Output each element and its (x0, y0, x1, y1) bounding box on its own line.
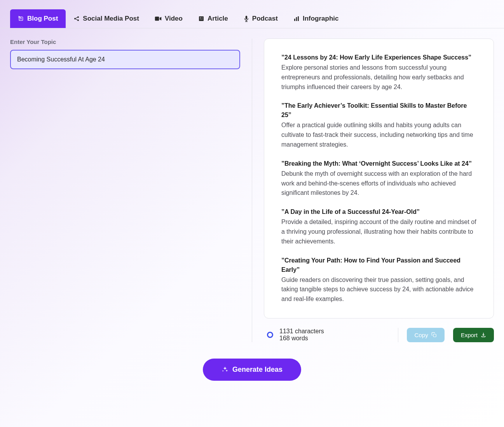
topic-input[interactable] (10, 50, 240, 69)
copy-button[interactable]: Copy (407, 328, 445, 342)
svg-rect-12 (294, 19, 295, 21)
generate-row: Generate Ideas (0, 352, 504, 392)
svg-rect-4 (199, 16, 204, 21)
output-footer: 1131 characters 168 words Copy Export (264, 328, 494, 342)
svg-point-1 (77, 16, 79, 18)
video-icon (155, 16, 162, 22)
input-panel: Enter Your Topic (10, 38, 252, 342)
idea-item: ”24 Lessons by 24: How Early Life Experi… (281, 53, 476, 92)
svg-rect-11 (245, 21, 248, 22)
output-actions: Copy Export (398, 328, 494, 342)
idea-item: ”Breaking the Myth: What ‘Overnight Succ… (281, 159, 476, 198)
svg-rect-14 (298, 16, 299, 21)
export-label: Export (461, 332, 478, 338)
idea-item: ”The Early Achiever’s Toolkit: Essential… (281, 101, 476, 149)
tab-blog-post[interactable]: Blog Post (10, 9, 66, 28)
tab-infographic[interactable]: Infographic (286, 9, 347, 28)
idea-title: ”The Early Achiever’s Toolkit: Essential… (281, 101, 476, 120)
chart-icon (293, 16, 300, 22)
topic-label: Enter Your Topic (10, 38, 240, 45)
svg-rect-5 (200, 17, 201, 19)
progress-ring-icon (267, 332, 273, 338)
share-icon (73, 16, 80, 22)
idea-item: ”Creating Your Path: How to Find Your Pa… (281, 256, 476, 304)
idea-item: ”A Day in the Life of a Successful 24-Ye… (281, 207, 476, 246)
tab-label: Blog Post (27, 15, 58, 23)
idea-title: ”A Day in the Life of a Successful 24-Ye… (281, 207, 476, 217)
tab-label: Video (165, 15, 183, 23)
svg-point-2 (77, 19, 79, 21)
copy-icon (431, 332, 437, 338)
idea-description: Offer a practical guide outlining skills… (281, 121, 476, 149)
stats-block: 1131 characters 168 words (267, 328, 324, 342)
idea-description: Explore personal stories and lessons fro… (281, 63, 476, 92)
content-type-tabs: Blog Post Social Media Post Video Articl… (0, 0, 504, 28)
tab-label: Infographic (303, 15, 339, 23)
tab-social-media[interactable]: Social Media Post (66, 9, 147, 28)
svg-rect-10 (246, 20, 247, 21)
tab-video[interactable]: Video (147, 9, 190, 28)
sparkle-icon (221, 366, 228, 373)
tab-label: Podcast (252, 15, 278, 23)
tab-podcast[interactable]: Podcast (236, 9, 286, 28)
idea-description: Provide a detailed, inspiring account of… (281, 217, 476, 246)
stats-text: 1131 characters 168 words (279, 328, 324, 342)
svg-rect-7 (202, 18, 203, 19)
copy-label: Copy (415, 332, 428, 338)
generate-label: Generate Ideas (232, 366, 283, 374)
ideas-card: ”24 Lessons by 24: How Early Life Experi… (264, 38, 494, 318)
characters-count: 1131 characters (279, 328, 324, 335)
idea-description: Guide readers on discovering their true … (281, 275, 476, 304)
tab-label: Article (208, 15, 228, 23)
generate-ideas-button[interactable]: Generate Ideas (203, 359, 301, 381)
blog-icon (18, 16, 24, 22)
svg-point-0 (74, 18, 76, 19)
export-button[interactable]: Export (453, 328, 494, 342)
idea-description: Debunk the myth of overnight success wit… (281, 169, 476, 198)
tab-article[interactable]: Article (190, 9, 236, 28)
main-content: Enter Your Topic ”24 Lessons by 24: How … (0, 28, 504, 352)
download-icon (481, 332, 486, 338)
svg-rect-6 (202, 17, 203, 18)
svg-rect-8 (200, 19, 203, 19)
tab-label: Social Media Post (83, 15, 139, 23)
svg-rect-15 (433, 334, 436, 337)
svg-rect-3 (155, 17, 159, 21)
article-icon (198, 16, 204, 22)
svg-rect-9 (246, 16, 248, 19)
idea-title: ”Creating Your Path: How to Find Your Pa… (281, 256, 476, 275)
idea-title: ”Breaking the Myth: What ‘Overnight Succ… (281, 159, 476, 168)
idea-title: ”24 Lessons by 24: How Early Life Experi… (281, 53, 476, 62)
mic-icon (244, 15, 249, 22)
output-panel: ”24 Lessons by 24: How Early Life Experi… (252, 38, 494, 342)
svg-rect-13 (296, 17, 297, 21)
words-count: 168 words (279, 335, 324, 342)
